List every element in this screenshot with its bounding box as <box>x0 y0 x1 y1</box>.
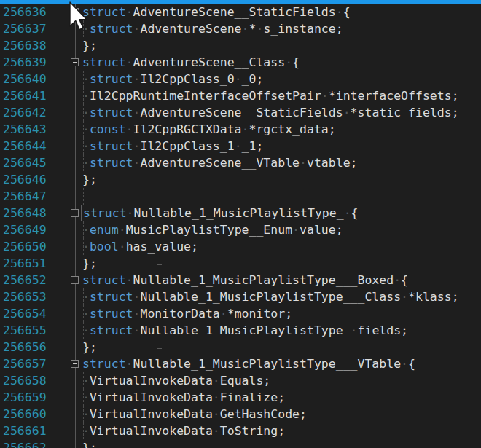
line-number[interactable]: 256659 <box>0 389 64 406</box>
line-number[interactable]: 256656 <box>0 339 64 355</box>
code-text[interactable]: }; <box>81 37 481 54</box>
code-text[interactable]: }; <box>81 339 481 355</box>
fold-toggle-icon[interactable] <box>71 360 79 368</box>
line-number[interactable]: 256652 <box>0 272 64 288</box>
code-line[interactable]: 256638}; <box>0 37 481 54</box>
code-token: VirtualInvokeData <box>90 390 213 404</box>
code-token: · <box>242 122 249 136</box>
code-line[interactable]: 256642·struct·AdventureScene__StaticFiel… <box>0 104 481 121</box>
code-line[interactable]: 256653·struct·Nullable_1_MusicPlaylistTy… <box>0 288 481 305</box>
line-number[interactable]: 256653 <box>0 288 64 305</box>
code-token: · <box>292 223 300 237</box>
code-line[interactable]: 256650·bool·has_value; <box>0 238 481 255</box>
code-text[interactable] <box>81 188 481 205</box>
code-text[interactable]: ·VirtualInvokeData·GetHashCode; <box>81 406 481 423</box>
code-line[interactable]: 256661·VirtualInvokeData·ToString; <box>0 423 481 439</box>
code-line[interactable]: 256639struct·AdventureScene__Class·{ <box>0 54 481 71</box>
code-text[interactable]: struct·Nullable_1_MusicPlaylistType___VT… <box>81 355 481 372</box>
code-text[interactable]: struct·AdventureScene__Class·{ <box>81 54 481 71</box>
line-number[interactable]: 256646 <box>0 171 64 188</box>
code-text[interactable]: }; <box>81 171 481 188</box>
code-line[interactable]: 256660·VirtualInvokeData·GetHashCode; <box>0 406 481 423</box>
line-number[interactable]: 256643 <box>0 121 64 138</box>
code-token: * <box>408 290 415 304</box>
code-line[interactable]: 256646}; <box>0 171 481 188</box>
code-text[interactable]: ·struct·AdventureScene__VTable·vtable; <box>81 154 481 171</box>
code-token: · <box>133 106 141 119</box>
line-number[interactable]: 256650 <box>0 238 64 255</box>
code-line[interactable]: 256656}; <box>0 339 481 355</box>
code-line[interactable]: 256658·VirtualInvokeData·Equals; <box>0 372 481 389</box>
code-text[interactable]: ·struct·Il2CppClass_1·_1; <box>81 138 481 154</box>
code-line[interactable]: 256662}; <box>0 439 481 448</box>
code-token: · <box>220 307 227 321</box>
code-line[interactable]: 256645·struct·AdventureScene__VTable·vta… <box>0 154 481 171</box>
line-number[interactable]: 256662 <box>0 439 64 448</box>
line-number[interactable]: 256642 <box>0 104 64 121</box>
line-number[interactable]: 256640 <box>0 71 64 87</box>
code-line[interactable]: 256657struct·Nullable_1_MusicPlaylistTyp… <box>0 355 481 372</box>
code-text[interactable]: ·VirtualInvokeData·ToString; <box>81 423 481 439</box>
code-text[interactable]: ·VirtualInvokeData·Finalize; <box>81 389 481 406</box>
code-text[interactable]: ·const·Il2CppRGCTXData·*rgctx_data; <box>81 121 481 138</box>
code-line[interactable]: 256641·Il2CppRuntimeInterfaceOffsetPair·… <box>0 87 481 104</box>
line-number[interactable]: 256657 <box>0 355 64 372</box>
line-number[interactable]: 256661 <box>0 423 64 439</box>
line-number[interactable]: 256641 <box>0 87 64 104</box>
keyword-token: struct <box>90 323 133 337</box>
code-token: AdventureScene__StaticFields <box>133 5 336 19</box>
fold-toggle-icon[interactable] <box>71 276 79 284</box>
line-number[interactable]: 256644 <box>0 138 64 154</box>
code-text[interactable]: struct·AdventureScene__StaticFields·{ <box>81 4 481 20</box>
keyword-token: struct <box>90 106 133 119</box>
code-line[interactable]: 256651}; <box>0 255 481 272</box>
line-number[interactable]: 256639 <box>0 54 64 71</box>
line-number[interactable]: 256638 <box>0 37 64 54</box>
code-text[interactable]: struct·Nullable_1_MusicPlaylistType_·{ <box>81 205 481 221</box>
fold-toggle-icon[interactable] <box>71 209 79 217</box>
code-text[interactable]: ·struct·MonitorData·*monitor; <box>81 305 481 322</box>
line-number[interactable]: 256647 <box>0 188 64 205</box>
code-line[interactable]: 256659·VirtualInvokeData·Finalize; <box>0 389 481 406</box>
code-text[interactable]: ·struct·Nullable_1_MusicPlaylistType___C… <box>81 288 481 305</box>
code-token: vtable; <box>307 156 358 170</box>
code-line[interactable]: 256655·struct·Nullable_1_MusicPlaylistTy… <box>0 322 481 339</box>
code-text[interactable]: ·struct·AdventureScene__StaticFields·*st… <box>81 104 481 121</box>
code-text[interactable]: ·enum·MusicPlaylistType__Enum·value; <box>81 221 481 238</box>
code-text[interactable]: ·Il2CppRuntimeInterfaceOffsetPair·*inter… <box>81 87 481 104</box>
line-number[interactable]: 256649 <box>0 221 64 238</box>
code-token: · <box>235 72 242 86</box>
code-text[interactable]: ·VirtualInvokeData·Equals; <box>81 372 481 389</box>
code-line[interactable]: 256640·struct·Il2CppClass_0·_0; <box>0 71 481 87</box>
line-number[interactable]: 256636 <box>0 4 64 20</box>
code-text[interactable]: }; <box>81 255 481 272</box>
line-number[interactable]: 256654 <box>0 305 64 322</box>
line-number[interactable]: 256658 <box>0 372 64 389</box>
code-line[interactable]: 256654·struct·MonitorData·*monitor; <box>0 305 481 322</box>
line-number[interactable]: 256655 <box>0 322 64 339</box>
code-line[interactable]: 256644·struct·Il2CppClass_1·_1; <box>0 138 481 154</box>
keyword-token: struct <box>82 55 126 69</box>
line-number[interactable]: 256637 <box>0 20 64 37</box>
code-line[interactable]: 256652struct·Nullable_1_MusicPlaylistTyp… <box>0 272 481 288</box>
code-token: Nullable_1_MusicPlaylistType___Class <box>140 290 401 304</box>
line-number[interactable]: 256648 <box>0 205 64 221</box>
code-token: · <box>213 424 220 438</box>
line-number[interactable]: 256645 <box>0 154 64 171</box>
code-text[interactable]: }; <box>81 439 481 448</box>
line-number[interactable]: 256651 <box>0 255 64 272</box>
code-line[interactable]: 256643·const·Il2CppRGCTXData·*rgctx_data… <box>0 121 481 138</box>
code-line[interactable]: 256648struct·Nullable_1_MusicPlaylistTyp… <box>0 205 481 221</box>
code-line[interactable]: 256647 <box>0 188 481 205</box>
code-text[interactable]: ·struct·AdventureScene·*·s_instance; <box>81 20 481 37</box>
line-number[interactable]: 256660 <box>0 406 64 423</box>
code-text[interactable]: struct·Nullable_1_MusicPlaylistType___Bo… <box>81 272 481 288</box>
fold-toggle-icon[interactable] <box>71 58 79 66</box>
indent-guide <box>83 188 84 205</box>
indent-guide <box>83 104 84 121</box>
code-line[interactable]: 256649·enum·MusicPlaylistType__Enum·valu… <box>0 221 481 238</box>
code-text[interactable]: ·struct·Il2CppClass_0·_0; <box>81 71 481 87</box>
code-text[interactable]: ·bool·has_value; <box>81 238 481 255</box>
code-area[interactable]: 256636struct·AdventureScene__StaticField… <box>0 4 481 448</box>
code-text[interactable]: ·struct·Nullable_1_MusicPlaylistType_·fi… <box>81 322 481 339</box>
